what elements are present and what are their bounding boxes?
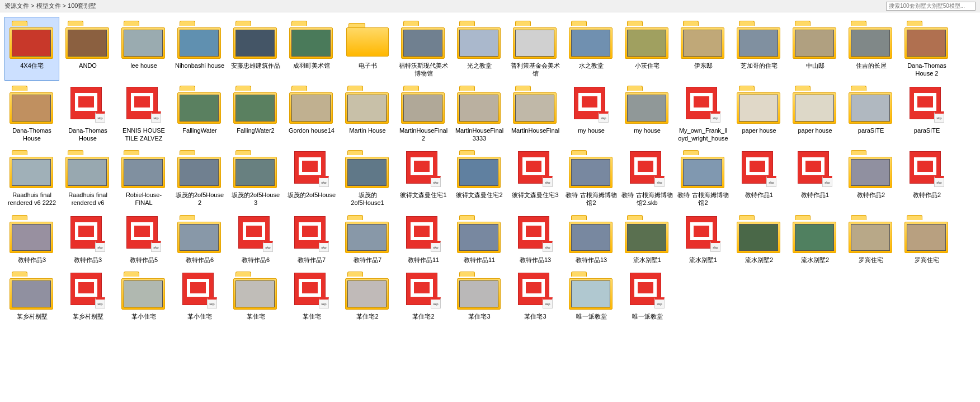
file-icon bbox=[737, 214, 781, 254]
file-item[interactable]: skp 某小住宅 bbox=[172, 268, 227, 323]
file-item[interactable]: 4X4住宅 bbox=[4, 17, 59, 81]
file-label: Martin House bbox=[349, 127, 385, 134]
file-item[interactable]: 流水别墅2 bbox=[788, 211, 842, 267]
search-box[interactable] bbox=[886, 2, 976, 11]
file-item[interactable]: paraSITE bbox=[844, 82, 898, 146]
file-label: 教特作品7 bbox=[354, 256, 381, 264]
file-item[interactable]: 普利策基金会美术馆 bbox=[508, 17, 563, 81]
file-item[interactable]: skp my house bbox=[564, 82, 619, 146]
file-label: 电子书 bbox=[359, 62, 377, 69]
file-item[interactable]: skp 彼得文森曼住宅1 bbox=[396, 146, 451, 210]
file-item[interactable]: Dana-Thomas House bbox=[4, 82, 59, 146]
file-label: 某乡村别墅 bbox=[17, 312, 48, 320]
file-item[interactable]: skp 流水别墅1 bbox=[676, 211, 731, 267]
file-item[interactable]: 某住宅 bbox=[228, 268, 283, 323]
file-item[interactable]: 福特沃斯现代美术博物馆 bbox=[396, 17, 451, 81]
file-item[interactable]: 坂茂的2of5House 2 bbox=[172, 146, 227, 210]
file-item[interactable]: MartinHouseFinal 2 bbox=[396, 82, 451, 146]
file-item[interactable]: MartinHouseFinal 3333 bbox=[452, 82, 507, 146]
file-item[interactable]: skp 教特作品3 bbox=[60, 211, 115, 267]
file-item[interactable]: 教特作品13 bbox=[564, 211, 619, 267]
file-item[interactable]: skp 教特作品1 bbox=[732, 146, 786, 210]
file-item[interactable]: skp 坂茂的2of5House bbox=[284, 146, 339, 210]
file-icon bbox=[513, 20, 558, 60]
file-item[interactable]: paper house bbox=[732, 82, 786, 146]
file-item[interactable]: lee house bbox=[116, 17, 171, 81]
file-item[interactable]: 罗宾住宅 bbox=[899, 211, 954, 267]
file-item[interactable]: 教特作品6 bbox=[172, 211, 227, 267]
file-item[interactable]: 教特 古根海姆博物馆2 bbox=[564, 146, 619, 210]
file-item[interactable]: 教特作品7 bbox=[340, 211, 395, 267]
file-item[interactable]: Nihonbashi house bbox=[172, 17, 227, 81]
file-item[interactable]: 坂茂的2of5House 3 bbox=[228, 146, 283, 210]
file-item[interactable]: 小茨住宅 bbox=[620, 17, 675, 81]
file-item[interactable]: Raadhuis final rendered v6 bbox=[60, 146, 115, 210]
file-label: paraSITE bbox=[858, 127, 884, 134]
file-item[interactable]: Dana-Thomas House 2 bbox=[899, 17, 954, 81]
file-item[interactable]: 某住宅2 bbox=[340, 268, 395, 323]
file-item[interactable]: RobieHouse-FINAL bbox=[116, 146, 171, 210]
file-icon bbox=[121, 20, 166, 60]
file-item[interactable]: 彼得文森曼住宅2 bbox=[452, 146, 507, 210]
file-item[interactable]: 伊东邸 bbox=[676, 17, 731, 81]
file-item[interactable]: 芝加哥的住宅 bbox=[732, 17, 786, 81]
file-item[interactable]: 成羽町美术馆 bbox=[284, 17, 339, 81]
file-label: 中山邸 bbox=[806, 62, 824, 69]
file-item[interactable]: skp ENNIS HOUSE TILE ZALVEZ bbox=[116, 82, 171, 146]
file-item[interactable]: 坂茂的2of5House1 bbox=[340, 146, 395, 210]
file-item[interactable]: 教特 古根海姆博物馆2 bbox=[676, 146, 731, 210]
file-item[interactable]: 水之教堂 bbox=[564, 17, 619, 81]
file-item[interactable]: skp 教特 古根海姆博物馆2.skb bbox=[620, 146, 675, 210]
file-item[interactable]: 教特作品11 bbox=[452, 211, 507, 267]
file-item[interactable]: skp 某住宅3 bbox=[508, 268, 563, 323]
file-item[interactable]: skp 某住宅2 bbox=[396, 268, 451, 323]
file-item[interactable]: ANDO bbox=[60, 17, 115, 81]
file-item[interactable]: MartinHouseFinal bbox=[508, 82, 563, 146]
file-item[interactable]: Martin House bbox=[340, 82, 395, 146]
file-item[interactable]: 某小住宅 bbox=[116, 268, 171, 323]
file-item[interactable]: FallingWater bbox=[172, 82, 227, 146]
file-item[interactable]: skp 教特作品5 bbox=[116, 211, 171, 267]
file-item[interactable]: my house bbox=[620, 82, 675, 146]
file-item[interactable]: skp 某住宅 bbox=[284, 268, 339, 323]
search-input[interactable] bbox=[886, 2, 976, 11]
file-item[interactable]: skp 教特作品6 bbox=[228, 211, 283, 267]
file-item[interactable]: 中山邸 bbox=[788, 17, 842, 81]
file-item[interactable]: paper house bbox=[788, 82, 842, 146]
file-item[interactable]: 某乡村别墅 bbox=[4, 268, 59, 323]
file-label: 流水别墅2 bbox=[745, 256, 773, 264]
file-item[interactable]: 安藤忠雄建筑作品 bbox=[228, 17, 283, 81]
file-item[interactable]: skp 教特作品2 bbox=[899, 146, 954, 210]
file-item[interactable]: Gordon house14 bbox=[284, 82, 339, 146]
file-item[interactable]: 住吉的长屋 bbox=[844, 17, 898, 81]
file-item[interactable]: skp 彼得文森曼住宅3 bbox=[508, 146, 563, 210]
file-item[interactable]: 唯一派教堂 bbox=[564, 268, 619, 323]
file-item[interactable]: skp 唯一派教堂 bbox=[620, 268, 675, 323]
file-item[interactable]: 电子书 bbox=[340, 17, 395, 81]
file-label: 唯一派教堂 bbox=[632, 312, 663, 320]
file-item[interactable]: Raadhuis final rendered v6 2222 bbox=[4, 146, 59, 210]
file-item[interactable]: skp My_own_Frank_lloyd_wright_house bbox=[676, 82, 731, 146]
file-icon bbox=[457, 20, 502, 60]
file-icon: skp bbox=[65, 214, 110, 254]
file-item[interactable]: skp 教特作品11 bbox=[396, 211, 451, 267]
file-label: 坂茂的2of5House 3 bbox=[230, 191, 281, 207]
file-item[interactable]: 流水别墅2 bbox=[732, 211, 786, 267]
file-item[interactable]: 罗宾住宅 bbox=[844, 211, 898, 267]
file-item[interactable]: skp 教特作品7 bbox=[284, 211, 339, 267]
file-item[interactable]: 某住宅3 bbox=[452, 268, 507, 323]
file-label: 某住宅 bbox=[247, 312, 265, 320]
file-item[interactable]: skp paraSITE bbox=[899, 82, 954, 146]
file-item[interactable]: 光之教堂 bbox=[452, 17, 507, 81]
file-item[interactable]: skp 教特作品13 bbox=[508, 211, 563, 267]
file-icon: skp bbox=[513, 149, 558, 189]
file-item[interactable]: skp 教特作品1 bbox=[788, 146, 842, 210]
file-item[interactable]: 教特作品2 bbox=[844, 146, 898, 210]
file-item[interactable]: FallingWater2 bbox=[228, 82, 283, 146]
file-icon bbox=[625, 85, 670, 125]
file-item[interactable]: skp 某乡村别墅 bbox=[60, 268, 115, 323]
file-icon bbox=[10, 214, 54, 254]
file-item[interactable]: skp Dana-Thomas House bbox=[60, 82, 115, 146]
file-item[interactable]: 教特作品3 bbox=[4, 211, 59, 267]
file-item[interactable]: 流水别墅1 bbox=[620, 211, 675, 267]
